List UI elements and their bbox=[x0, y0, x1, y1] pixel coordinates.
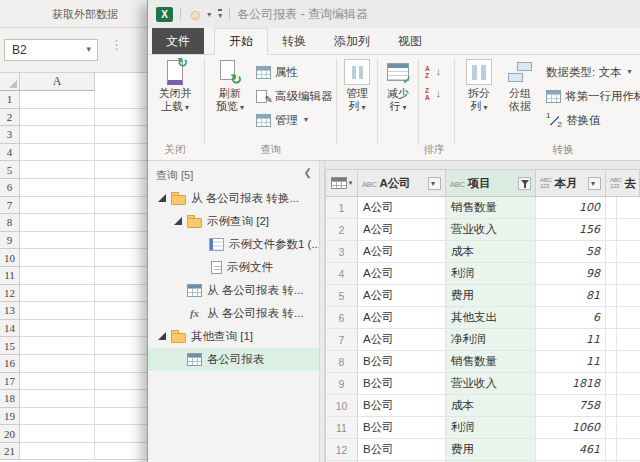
grid-cell[interactable] bbox=[20, 373, 95, 391]
group-by-button[interactable]: 分组 依据 bbox=[500, 59, 540, 113]
grid-cell[interactable] bbox=[20, 390, 95, 408]
last-column-cell[interactable] bbox=[606, 417, 617, 438]
company-cell[interactable]: A公司 bbox=[358, 241, 446, 262]
month-value-cell[interactable]: 6 bbox=[536, 307, 606, 328]
column-header[interactable]: 项目 bbox=[446, 170, 536, 196]
name-box-caret-icon[interactable]: ▾ bbox=[86, 44, 91, 54]
last-column-cell[interactable] bbox=[606, 351, 617, 372]
column-header[interactable]: 本月 bbox=[536, 170, 606, 196]
excel-row-header[interactable]: 6 bbox=[0, 179, 20, 197]
sort-descending-button[interactable] bbox=[424, 83, 442, 105]
manage-button[interactable]: 管理 ▾ bbox=[256, 109, 308, 131]
excel-row-header[interactable]: 15 bbox=[0, 337, 20, 355]
expander-icon[interactable] bbox=[158, 332, 168, 341]
excel-row-header[interactable]: 8 bbox=[0, 214, 20, 232]
sort-ascending-button[interactable] bbox=[424, 61, 442, 83]
month-value-cell[interactable]: 1060 bbox=[536, 417, 606, 438]
column-type-icon[interactable] bbox=[362, 177, 377, 189]
grid-cell[interactable] bbox=[20, 161, 95, 179]
last-column-cell[interactable] bbox=[606, 285, 617, 306]
grid-cell[interactable] bbox=[20, 144, 95, 162]
month-value-cell[interactable]: 461 bbox=[536, 439, 606, 460]
company-cell[interactable]: B公司 bbox=[358, 395, 446, 416]
row-number-cell[interactable]: 3 bbox=[326, 241, 358, 262]
row-number-cell[interactable]: 12 bbox=[326, 439, 358, 460]
ribbon-tab[interactable]: 转换 bbox=[268, 28, 320, 54]
excel-row-header[interactable]: 14 bbox=[0, 320, 20, 338]
row-number-cell[interactable]: 7 bbox=[326, 329, 358, 350]
grid-cell[interactable] bbox=[20, 337, 95, 355]
company-cell[interactable]: A公司 bbox=[358, 197, 446, 218]
properties-button[interactable]: 属性 bbox=[256, 61, 298, 83]
query-tree-item[interactable]: 示例查询 [2] bbox=[148, 210, 319, 233]
last-column-cell[interactable] bbox=[606, 395, 617, 416]
ribbon-tab[interactable]: 添加列 bbox=[320, 28, 384, 54]
query-tree-item[interactable]: 其他查询 [1] bbox=[148, 325, 319, 348]
excel-row-header[interactable]: 18 bbox=[0, 390, 20, 408]
grid-cell[interactable] bbox=[20, 197, 95, 215]
item-cell[interactable]: 销售数量 bbox=[446, 197, 536, 218]
last-column-cell[interactable] bbox=[606, 307, 617, 328]
ribbon-tab[interactable]: 视图 bbox=[384, 28, 436, 54]
grid-cell[interactable] bbox=[20, 408, 95, 426]
month-value-cell[interactable]: 758 bbox=[536, 395, 606, 416]
row-number-cell[interactable]: 8 bbox=[326, 351, 358, 372]
row-number-cell[interactable]: 5 bbox=[326, 285, 358, 306]
month-value-cell[interactable]: 11 bbox=[536, 351, 606, 372]
excel-row-header[interactable]: 13 bbox=[0, 302, 20, 320]
excel-row-header[interactable]: 12 bbox=[0, 285, 20, 303]
ribbon-tab[interactable]: 开始 bbox=[214, 28, 268, 55]
last-column-cell[interactable] bbox=[606, 241, 617, 262]
excel-row-header[interactable]: 4 bbox=[0, 144, 20, 162]
grid-cell[interactable] bbox=[20, 109, 95, 127]
query-tree-item[interactable]: 示例文件参数1 (... bbox=[148, 233, 319, 256]
item-cell[interactable]: 其他支出 bbox=[446, 307, 536, 328]
excel-row-header[interactable]: 16 bbox=[0, 355, 20, 373]
item-cell[interactable]: 费用 bbox=[446, 439, 536, 460]
grid-cell[interactable] bbox=[20, 355, 95, 373]
company-cell[interactable]: A公司 bbox=[358, 307, 446, 328]
column-type-icon[interactable] bbox=[610, 177, 621, 189]
grid-cell[interactable] bbox=[20, 320, 95, 338]
column-type-icon[interactable] bbox=[540, 177, 551, 189]
last-column-cell[interactable] bbox=[606, 219, 617, 240]
item-cell[interactable]: 销售数量 bbox=[446, 351, 536, 372]
company-cell[interactable]: B公司 bbox=[358, 439, 446, 460]
excel-row-header[interactable]: 1 bbox=[0, 91, 20, 109]
last-column-cell[interactable] bbox=[606, 197, 617, 218]
reduce-rows-button[interactable]: 减少 行▾ bbox=[380, 59, 416, 113]
table-corner-button[interactable]: ▾ bbox=[326, 170, 358, 196]
grid-cell[interactable] bbox=[20, 179, 95, 197]
query-tree-item[interactable]: 从 各公司报表 转换... bbox=[148, 187, 319, 210]
excel-row-header[interactable]: 11 bbox=[0, 267, 20, 285]
item-cell[interactable]: 营业收入 bbox=[446, 373, 536, 394]
item-cell[interactable]: 成本 bbox=[446, 241, 536, 262]
grid-cell[interactable] bbox=[20, 91, 95, 109]
expander-icon[interactable] bbox=[174, 217, 184, 226]
grid-cell[interactable] bbox=[20, 214, 95, 232]
excel-column-header[interactable]: A bbox=[20, 73, 95, 91]
column-type-icon[interactable] bbox=[450, 177, 465, 189]
manage-columns-button[interactable]: 管理 列▾ bbox=[339, 59, 375, 113]
excel-row-header[interactable]: 2 bbox=[0, 109, 20, 127]
column-control[interactable] bbox=[588, 177, 601, 190]
grid-cell[interactable] bbox=[20, 425, 95, 443]
column-header[interactable]: A公司 bbox=[358, 170, 446, 196]
row-number-cell[interactable]: 1 bbox=[326, 197, 358, 218]
excel-row-header[interactable]: 10 bbox=[0, 249, 20, 267]
company-cell[interactable]: A公司 bbox=[358, 219, 446, 240]
month-value-cell[interactable]: 100 bbox=[536, 197, 606, 218]
last-column-cell[interactable] bbox=[606, 439, 617, 460]
month-value-cell[interactable]: 11 bbox=[536, 329, 606, 350]
column-header[interactable]: 去 bbox=[606, 170, 640, 196]
formula-bar-splitter-icon[interactable]: ⋮ bbox=[110, 37, 123, 52]
split-column-button[interactable]: 拆分 列▾ bbox=[460, 59, 498, 113]
row-number-cell[interactable]: 4 bbox=[326, 263, 358, 284]
grid-cell[interactable] bbox=[20, 249, 95, 267]
refresh-preview-button[interactable]: 刷新 预览▾ bbox=[208, 59, 252, 113]
select-all-corner[interactable] bbox=[0, 73, 20, 91]
grid-cell[interactable] bbox=[20, 267, 95, 285]
ribbon-options-icon[interactable]: ▾ bbox=[218, 9, 222, 20]
grid-cell[interactable] bbox=[20, 443, 95, 461]
grid-cell[interactable] bbox=[20, 232, 95, 250]
